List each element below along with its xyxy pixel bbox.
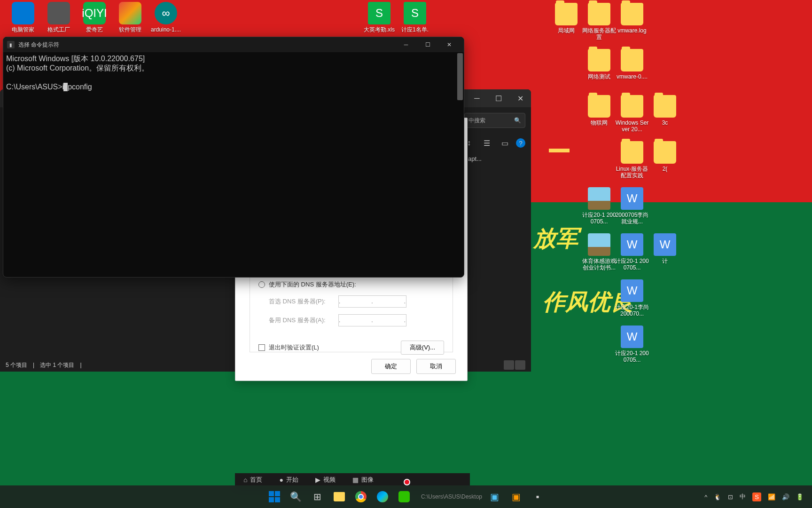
app-icon bbox=[47, 2, 70, 24]
ime-indicator[interactable]: 中 bbox=[740, 492, 746, 501]
desktop-folder[interactable]: 物联网 bbox=[582, 95, 617, 126]
search-button[interactable]: 🔍 bbox=[287, 487, 305, 506]
desktop-icon-label: 2( bbox=[648, 166, 682, 172]
desktop-shortcut[interactable]: 软件管理 bbox=[113, 2, 148, 33]
view-mode-details-icon[interactable] bbox=[504, 360, 514, 370]
desktop-icon-label: 计应20-1 2000705... bbox=[582, 212, 617, 225]
cmd-cursor bbox=[63, 83, 68, 91]
explorer-search-box[interactable]: 中搜索 🔍 bbox=[464, 113, 525, 128]
desktop-icon-label: 计应20-1李尚200070... bbox=[615, 304, 649, 317]
maximize-button[interactable]: ☐ bbox=[417, 38, 438, 52]
taskbar-edge[interactable] bbox=[373, 487, 392, 506]
desktop-icon-label: 物联网 bbox=[582, 119, 617, 126]
task-view-button[interactable]: ⊞ bbox=[308, 487, 327, 506]
file-icon bbox=[588, 187, 610, 210]
desktop-file[interactable]: 计应20-1 2000705... bbox=[582, 187, 617, 225]
recorder-tab-video[interactable]: ▶视频 bbox=[307, 476, 344, 484]
tray-app-icon[interactable]: ⊡ bbox=[728, 493, 733, 500]
desktop-file[interactable]: W计应20-1李尚200070... bbox=[615, 279, 649, 317]
start-button[interactable] bbox=[265, 487, 284, 506]
file-icon: W bbox=[621, 187, 643, 210]
taskbar-app-1[interactable]: ▣ bbox=[485, 487, 504, 506]
tray-overflow-icon[interactable]: ^ bbox=[704, 493, 707, 500]
cmd-title: 选择 命令提示符 bbox=[18, 41, 59, 49]
cancel-button[interactable]: 取消 bbox=[416, 359, 456, 374]
view-mode-large-icon[interactable] bbox=[515, 360, 525, 370]
desktop-file[interactable]: S大英考勤.xls bbox=[362, 2, 397, 33]
desktop-file[interactable]: 体育体感游戏创业计划书... bbox=[582, 233, 617, 271]
cmd-scrollbar[interactable] bbox=[457, 53, 463, 100]
app-icon bbox=[119, 2, 141, 24]
recorder-tab-image[interactable]: ▦图像 bbox=[344, 476, 382, 484]
view-list-icon[interactable]: ☰ bbox=[480, 136, 493, 150]
desktop-shortcut[interactable]: 格式工厂 bbox=[41, 2, 76, 33]
taskbar-cmd[interactable]: ▪ bbox=[528, 487, 547, 506]
tray-qq-icon[interactable]: 🐧 bbox=[714, 493, 721, 500]
desktop-file[interactable]: W计应20-1 2000705... bbox=[615, 233, 649, 271]
close-button[interactable]: ✕ bbox=[509, 91, 531, 106]
taskbar-wechat[interactable] bbox=[395, 487, 414, 506]
tray-sogou-icon[interactable]: S bbox=[752, 492, 761, 501]
dns-manual-label: 使用下面的 DNS 服务器地址(E): bbox=[269, 280, 356, 289]
help-icon[interactable]: ? bbox=[516, 138, 525, 148]
minimize-button[interactable]: ─ bbox=[395, 38, 417, 52]
taskbar-app-2[interactable]: ▣ bbox=[507, 487, 525, 506]
desktop-file[interactable]: S计应1名单. bbox=[398, 2, 432, 33]
wifi-icon[interactable]: 📶 bbox=[768, 493, 775, 500]
desktop-file[interactable]: W计应20-1 2000705... bbox=[615, 325, 649, 363]
file-icon: W bbox=[621, 325, 643, 348]
desktop-shortcut[interactable]: ∞arduino-1.... bbox=[148, 2, 183, 33]
desktop-shortcut[interactable]: 电脑管家 bbox=[6, 2, 40, 33]
desktop-icon-label: arduino-1.... bbox=[148, 26, 183, 33]
desktop-folder[interactable]: 网络服务器配置 bbox=[582, 3, 617, 40]
minimize-button[interactable]: ─ bbox=[466, 91, 488, 106]
secondary-dns-input[interactable] bbox=[338, 314, 406, 326]
desktop-folder[interactable]: Windows Server 20... bbox=[615, 95, 649, 133]
volume-icon[interactable]: 🔊 bbox=[782, 493, 789, 500]
cmd-titlebar[interactable]: ▮ 选择 命令提示符 ─ ☐ ✕ bbox=[3, 37, 464, 52]
desktop-icon-label: 软件管理 bbox=[113, 26, 148, 33]
file-icon: W bbox=[621, 279, 643, 302]
validate-checkbox[interactable] bbox=[258, 344, 265, 351]
desktop-icon-label: 局域网 bbox=[549, 27, 584, 34]
wallpaper-text-1: 放军 bbox=[533, 223, 578, 254]
taskbar-file-explorer[interactable] bbox=[330, 487, 349, 506]
explorer-item-label[interactable]: apt... bbox=[468, 155, 482, 162]
advanced-button[interactable]: 高级(V)... bbox=[401, 341, 444, 355]
taskbar-chrome[interactable] bbox=[351, 487, 370, 506]
desktop-yellow-bar bbox=[549, 149, 570, 152]
cmd-typed-after-cursor: pconfig bbox=[68, 83, 92, 91]
home-icon: ⌂ bbox=[243, 476, 247, 484]
maximize-button[interactable]: ☐ bbox=[488, 91, 509, 106]
desktop-folder[interactable]: 3c bbox=[648, 95, 682, 126]
desktop-file[interactable]: W计 bbox=[648, 233, 682, 264]
secondary-dns-label: 备用 DNS 服务器(A): bbox=[258, 316, 338, 325]
desktop-folder[interactable]: vmware-0.... bbox=[615, 49, 649, 80]
dns-manual-radio-row[interactable]: 使用下面的 DNS 服务器地址(E): bbox=[258, 280, 444, 289]
radio-icon[interactable] bbox=[258, 281, 265, 288]
desktop-folder[interactable]: 局域网 bbox=[549, 3, 584, 34]
primary-dns-label: 首选 DNS 服务器(P): bbox=[258, 297, 338, 306]
xls-icon: S bbox=[368, 2, 390, 24]
desktop-file[interactable]: W2000705李尚就业规... bbox=[615, 187, 649, 225]
battery-icon[interactable]: 🔋 bbox=[796, 493, 804, 500]
recorder-tab-start[interactable]: ●开始 bbox=[271, 476, 306, 484]
close-button[interactable]: ✕ bbox=[438, 38, 460, 52]
cmd-output-area[interactable]: Microsoft Windows [版本 10.0.22000.675] (c… bbox=[3, 52, 464, 94]
primary-dns-input[interactable] bbox=[338, 295, 406, 308]
cmd-line-1: Microsoft Windows [版本 10.0.22000.675] bbox=[6, 55, 145, 63]
file-icon: W bbox=[621, 233, 643, 256]
status-divider: | bbox=[33, 362, 34, 368]
view-details-icon[interactable]: ▭ bbox=[498, 136, 511, 150]
folder-icon bbox=[621, 49, 643, 71]
desktop-folder[interactable]: Linux-服务器配置实践 bbox=[615, 141, 649, 179]
recording-indicator-icon bbox=[404, 479, 410, 485]
desktop-folder[interactable]: 2( bbox=[648, 141, 682, 172]
desktop-folder[interactable]: vmware.log bbox=[615, 3, 649, 34]
ok-button[interactable]: 确定 bbox=[371, 359, 411, 374]
desktop-folder[interactable]: 网络测试 bbox=[582, 49, 617, 80]
recorder-tab-home[interactable]: ⌂首页 bbox=[235, 476, 271, 484]
desktop-shortcut[interactable]: iQIYI爱奇艺 bbox=[77, 2, 112, 33]
recorder-tab-label: 图像 bbox=[361, 476, 374, 484]
folder-icon bbox=[588, 49, 610, 71]
